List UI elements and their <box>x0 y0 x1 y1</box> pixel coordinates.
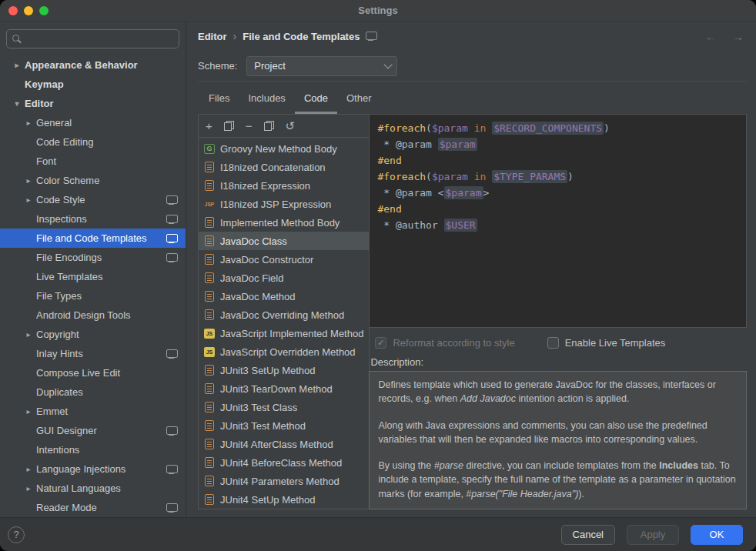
sidebar-item-file-and-code-templates[interactable]: File and Code Templates <box>0 229 186 248</box>
sidebar-item-color-scheme[interactable]: ▸Color Scheme <box>0 171 186 190</box>
sidebar-item-code-style[interactable]: ▸Code Style <box>0 190 186 209</box>
template-item-javadoc-constructor[interactable]: JavaDoc Constructor <box>199 250 369 269</box>
add-icon[interactable]: + <box>206 120 212 132</box>
chevron-down-icon[interactable]: ▾ <box>9 99 25 108</box>
sidebar-item-keymap[interactable]: Keymap <box>0 75 186 94</box>
tpl-file-icon <box>205 162 214 172</box>
template-item-junit4-afterclass-method[interactable]: JUnit4 AfterClass Method <box>199 435 369 453</box>
template-item-i18nized-jsp-expression[interactable]: JSPI18nized JSP Expression <box>199 195 369 213</box>
template-item-groovy-new-method-body[interactable]: GGroovy New Method Body <box>199 139 369 158</box>
sidebar-item-appearance-behavior[interactable]: ▸Appearance & Behavior <box>0 55 186 75</box>
scheme-select[interactable]: Project <box>246 56 397 76</box>
sidebar-item-label: Keymap <box>25 78 186 90</box>
sidebar-item-label: Appearance & Behavior <box>25 59 186 71</box>
breadcrumb-editor[interactable]: Editor <box>198 31 227 42</box>
sidebar-item-gui-designer[interactable]: GUI Designer <box>0 421 186 440</box>
template-item-label: JUnit4 AfterClass Method <box>220 439 333 450</box>
sidebar-item-intentions[interactable]: Intentions <box>0 440 186 459</box>
tpl-file-icon <box>205 494 214 505</box>
sidebar-item-font[interactable]: Font <box>0 152 186 171</box>
duplicate-icon[interactable] <box>264 121 274 131</box>
zoom-button[interactable] <box>39 6 49 15</box>
template-editor[interactable]: #foreach($param in $RECORD_COMPONENTS) *… <box>369 114 747 328</box>
minimize-button[interactable] <box>24 6 33 15</box>
chevron-right-icon[interactable]: ▸ <box>9 61 25 69</box>
sidebar-item-label: Android Design Tools <box>36 309 186 321</box>
sidebar-item-file-encodings[interactable]: File Encodings <box>0 248 186 267</box>
tpl-file-icon <box>205 291 214 302</box>
tpl-file-icon <box>205 420 214 431</box>
sidebar-item-android-design-tools[interactable]: Android Design Tools <box>0 306 186 325</box>
chevron-right-icon[interactable]: ▸ <box>21 465 36 473</box>
code-line: #end <box>377 152 738 169</box>
tab-includes[interactable]: Includes <box>239 92 294 114</box>
cancel-button[interactable]: Cancel <box>561 525 615 545</box>
template-item-javascript-overridden-method[interactable]: JSJavaScript Overridden Method <box>199 342 369 361</box>
template-item-junit3-setup-method[interactable]: JUnit3 SetUp Method <box>199 361 369 379</box>
sidebar-item-language-injections[interactable]: ▸Language Injections <box>0 459 186 479</box>
chevron-right-icon[interactable]: ▸ <box>21 484 36 493</box>
back-arrow-icon[interactable]: ← <box>705 30 717 43</box>
sidebar-item-general[interactable]: ▸General <box>0 113 186 132</box>
tpl-file-icon <box>205 365 214 376</box>
sidebar-item-emmet[interactable]: ▸Emmet <box>0 402 186 421</box>
templates-content: +−↺ GGroovy New Method BodyI18nized Conc… <box>198 114 747 509</box>
description-text: Defines template which used to generate … <box>369 371 747 509</box>
chevron-right-icon[interactable]: ▸ <box>21 119 36 127</box>
template-item-junit3-test-method[interactable]: JUnit3 Test Method <box>199 416 369 435</box>
screen-icon <box>166 234 177 243</box>
sidebar-item-code-editing[interactable]: Code Editing <box>0 132 186 152</box>
copy-icon[interactable] <box>224 121 234 131</box>
tab-other[interactable]: Other <box>337 92 381 114</box>
editor-options: ✓Reformat according to styleEnable Live … <box>369 328 747 354</box>
forward-arrow-icon[interactable]: → <box>732 30 744 43</box>
sidebar-item-inspections[interactable]: Inspections <box>0 209 186 229</box>
template-item-junit4-parameters-method[interactable]: JUnit4 Parameters Method <box>199 472 369 490</box>
template-item-javadoc-overriding-method[interactable]: JavaDoc Overriding Method <box>199 306 369 324</box>
sidebar-item-natural-languages[interactable]: ▸Natural Languages <box>0 479 186 498</box>
template-item-javadoc-method[interactable]: JavaDoc Method <box>199 287 369 306</box>
chevron-right-icon[interactable]: ▸ <box>21 195 36 204</box>
template-item-junit4-setup-method[interactable]: JUnit4 SetUp Method <box>199 490 369 509</box>
checkbox-reformat-according-to-style[interactable]: ✓Reformat according to style <box>375 337 514 349</box>
sidebar-item-inlay-hints[interactable]: Inlay Hints <box>0 344 186 363</box>
template-item-i18nized-expression[interactable]: I18nized Expression <box>199 176 369 195</box>
search-input[interactable] <box>27 32 173 45</box>
template-item-javascript-implemented-method[interactable]: JSJavaScript Implemented Method <box>199 324 369 342</box>
template-item-junit3-teardown-method[interactable]: JUnit3 TearDown Method <box>199 379 369 398</box>
sidebar-item-copyright[interactable]: ▸Copyright <box>0 325 186 344</box>
template-item-junit4-beforeclass-method[interactable]: JUnit4 BeforeClass Method <box>199 453 369 472</box>
screen-icon <box>166 465 177 474</box>
template-item-label: JavaScript Overridden Method <box>220 346 356 358</box>
sidebar-item-compose-live-edit[interactable]: Compose Live Edit <box>0 363 186 382</box>
remove-icon[interactable]: − <box>246 120 253 132</box>
help-button[interactable]: ? <box>8 526 25 543</box>
sidebar-item-editor[interactable]: ▾Editor <box>0 94 186 113</box>
sidebar-item-file-types[interactable]: File Types <box>0 286 186 306</box>
sidebar-item-label: Natural Languages <box>36 483 186 494</box>
sidebar-item-reader-mode[interactable]: Reader Mode <box>0 498 186 517</box>
template-item-javadoc-class[interactable]: JavaDoc Class <box>199 232 369 250</box>
checkbox-enable-live-templates[interactable]: Enable Live Templates <box>547 337 666 349</box>
chevron-right-icon[interactable]: ▸ <box>21 176 36 185</box>
template-item-implemented-method-body[interactable]: Implemented Method Body <box>199 213 369 232</box>
sidebar-item-duplicates[interactable]: Duplicates <box>0 382 186 402</box>
tab-code[interactable]: Code <box>295 92 337 114</box>
template-item-label: JUnit3 TearDown Method <box>220 383 333 395</box>
sidebar-item-live-templates[interactable]: Live Templates <box>0 267 186 286</box>
template-item-i18nized-concatenation[interactable]: I18nized Concatenation <box>199 158 369 176</box>
search-box[interactable] <box>6 29 179 48</box>
close-button[interactable] <box>8 6 18 15</box>
template-item-junit3-test-class[interactable]: JUnit3 Test Class <box>199 398 369 416</box>
chevron-right-icon[interactable]: ▸ <box>21 407 36 416</box>
template-item-javadoc-field[interactable]: JavaDoc Field <box>199 269 369 287</box>
apply-button[interactable]: Apply <box>627 525 679 545</box>
sidebar-item-label: Inspections <box>36 213 166 225</box>
tab-files[interactable]: Files <box>199 92 239 114</box>
template-item-label: Implemented Method Body <box>220 217 340 229</box>
screen-icon <box>166 215 177 224</box>
chevron-right-icon[interactable]: ▸ <box>21 330 36 339</box>
ok-button[interactable]: OK <box>691 525 743 545</box>
sidebar-item-label: Editor <box>25 98 186 109</box>
reset-icon[interactable]: ↺ <box>286 120 296 132</box>
